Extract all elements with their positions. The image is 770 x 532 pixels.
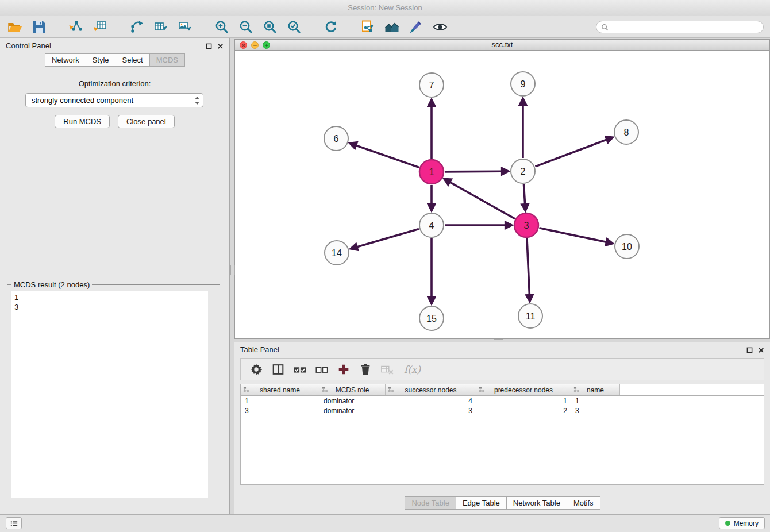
edge-1-6[interactable] bbox=[356, 145, 419, 167]
node-15[interactable]: 15 bbox=[419, 306, 444, 330]
float-panel-icon[interactable] bbox=[206, 43, 212, 49]
table-cell-successor-nodes[interactable]: 4 bbox=[386, 397, 476, 405]
node-3[interactable]: 3 bbox=[514, 213, 538, 237]
toolbar-group bbox=[211, 18, 308, 36]
edge-3-11[interactable] bbox=[527, 238, 529, 295]
close-window-button[interactable] bbox=[240, 41, 247, 49]
split-columns-icon[interactable] bbox=[268, 361, 288, 378]
memory-label: Memory bbox=[734, 519, 759, 527]
table-settings-icon[interactable] bbox=[247, 361, 266, 378]
node-11[interactable]: 11 bbox=[518, 304, 542, 328]
tab-mcds[interactable]: MCDS bbox=[149, 53, 185, 67]
node-2[interactable]: 2 bbox=[511, 159, 535, 183]
memory-button[interactable]: Memory bbox=[719, 517, 765, 529]
new-network-from-selection-icon[interactable] bbox=[357, 18, 378, 36]
column-label: successor nodes bbox=[405, 386, 456, 394]
node-14[interactable]: 14 bbox=[325, 241, 349, 265]
list-icon bbox=[10, 519, 18, 527]
column-type-icon bbox=[388, 386, 394, 392]
refresh-icon[interactable] bbox=[321, 18, 341, 36]
node-6[interactable]: 6 bbox=[324, 126, 348, 151]
graph-canvas[interactable]: 7968124314101511 bbox=[235, 51, 769, 338]
table-cell-shared-name[interactable]: 3 bbox=[241, 407, 319, 415]
close-table-panel-icon[interactable] bbox=[758, 347, 764, 353]
run-mcds-button[interactable]: Run MCDS bbox=[55, 115, 110, 128]
table-cell-name[interactable]: 3 bbox=[571, 407, 620, 415]
minimize-window-button[interactable] bbox=[251, 41, 259, 49]
node-4[interactable]: 4 bbox=[419, 213, 444, 237]
node-8[interactable]: 8 bbox=[614, 120, 638, 144]
close-panel-button[interactable]: Close panel bbox=[118, 115, 175, 128]
column-header-mcds-role[interactable]: MCDS role bbox=[319, 384, 386, 395]
float-table-panel-icon[interactable] bbox=[746, 347, 753, 353]
node-7[interactable]: 7 bbox=[419, 73, 444, 97]
edge-1-2[interactable] bbox=[445, 171, 502, 172]
zoom-out-icon[interactable] bbox=[236, 18, 256, 36]
delete-row-icon[interactable] bbox=[356, 361, 375, 378]
table-cell-mcds-role[interactable]: dominator bbox=[319, 397, 386, 405]
node-9[interactable]: 9 bbox=[511, 72, 535, 96]
show-hide-icon[interactable] bbox=[430, 18, 451, 36]
network-view[interactable]: 7968124314101511 bbox=[234, 51, 770, 339]
panel-splitter-grip[interactable] bbox=[230, 265, 235, 275]
node-10[interactable]: 10 bbox=[615, 234, 639, 259]
export-network-icon[interactable] bbox=[126, 18, 147, 36]
selected-optimization-value: strongly connected component bbox=[32, 96, 133, 105]
optimization-criterion-select[interactable]: strongly connected component bbox=[25, 93, 203, 107]
search-input[interactable] bbox=[611, 21, 763, 33]
table-tab-network-table[interactable]: Network Table bbox=[506, 496, 567, 510]
tab-network[interactable]: Network bbox=[45, 53, 86, 67]
table-cell-successor-nodes[interactable]: 3 bbox=[386, 407, 476, 415]
zoom-selected-icon[interactable] bbox=[284, 18, 305, 36]
open-folder-icon[interactable] bbox=[5, 18, 25, 36]
column-header-shared-name[interactable]: shared name bbox=[241, 384, 319, 395]
column-header-predecessor-nodes[interactable]: predecessor nodes bbox=[476, 384, 571, 395]
export-image-icon[interactable] bbox=[175, 18, 195, 36]
table-cell-predecessor-nodes[interactable]: 2 bbox=[476, 407, 571, 415]
control-panel-title: Control Panel bbox=[6, 41, 51, 50]
edge-3-1[interactable] bbox=[450, 182, 515, 219]
table-cell-predecessor-nodes[interactable]: 1 bbox=[476, 397, 571, 405]
edge-3-10[interactable] bbox=[540, 228, 606, 242]
network-window-titlebar[interactable]: scc.txt bbox=[234, 39, 770, 51]
zoom-fit-icon[interactable] bbox=[260, 18, 280, 36]
import-network-icon[interactable] bbox=[66, 18, 86, 36]
add-row-icon[interactable] bbox=[334, 361, 353, 378]
table-tab-edge-table[interactable]: Edge Table bbox=[456, 496, 507, 510]
destroy-table-icon[interactable] bbox=[378, 361, 397, 378]
home-icon[interactable] bbox=[382, 18, 402, 36]
column-header-name[interactable]: name bbox=[571, 384, 620, 395]
select-all-icon[interactable] bbox=[290, 361, 310, 378]
zoom-window-button[interactable] bbox=[263, 41, 270, 49]
toolbar-group bbox=[357, 18, 454, 36]
table-row[interactable]: 3dominator323 bbox=[241, 406, 764, 415]
table-cell-name[interactable]: 1 bbox=[571, 397, 620, 405]
table-tab-motifs[interactable]: Motifs bbox=[567, 496, 600, 510]
close-panel-icon[interactable] bbox=[217, 43, 224, 49]
import-table-icon[interactable] bbox=[90, 18, 110, 36]
edge-4-14[interactable] bbox=[357, 229, 419, 246]
edge-2-3[interactable] bbox=[524, 184, 525, 204]
edge-2-8[interactable] bbox=[536, 140, 607, 167]
horizontal-splitter-grip[interactable] bbox=[494, 339, 503, 342]
panel-list-button[interactable] bbox=[6, 517, 22, 529]
svg-text:9: 9 bbox=[521, 79, 526, 89]
column-header-successor-nodes[interactable]: successor nodes bbox=[386, 384, 476, 395]
save-icon[interactable] bbox=[29, 18, 49, 36]
mcds-result-list[interactable]: 13 bbox=[11, 291, 208, 498]
tab-style[interactable]: Style bbox=[86, 53, 116, 67]
table-cell-mcds-role[interactable]: dominator bbox=[319, 407, 386, 415]
apply-style-icon[interactable] bbox=[406, 18, 426, 36]
table-row[interactable]: 1dominator411 bbox=[241, 396, 764, 406]
application-window: Session: New Session Control Panel Netwo… bbox=[0, 0, 770, 532]
table-tab-node-table[interactable]: Node Table bbox=[405, 496, 456, 510]
zoom-in-icon[interactable] bbox=[211, 18, 232, 36]
title-bar: Session: New Session bbox=[0, 0, 770, 16]
table-cell-shared-name[interactable]: 1 bbox=[241, 397, 319, 405]
deselect-all-icon[interactable] bbox=[312, 361, 332, 378]
tab-select[interactable]: Select bbox=[116, 53, 150, 67]
fx-function-builder[interactable]: f(x) bbox=[404, 364, 421, 375]
export-table-icon[interactable] bbox=[151, 18, 171, 36]
node-1[interactable]: 1 bbox=[419, 160, 444, 184]
mcds-result-title: MCDS result (2 nodes) bbox=[11, 280, 92, 289]
